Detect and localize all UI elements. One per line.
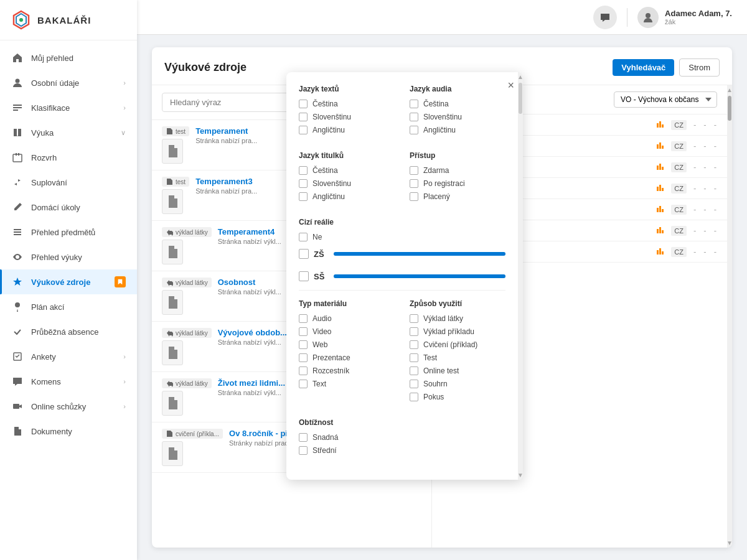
sidebar-item-action-plan[interactable]: Plán akcí (0, 294, 137, 319)
sidebar-item-schedule[interactable]: Rozvrh (0, 145, 137, 170)
sidebar-item-komens[interactable]: Komens › (0, 369, 137, 394)
checkbox-slovenstinu-titulky[interactable] (299, 179, 308, 188)
home-icon (11, 52, 24, 64)
ss-label: SŠ (314, 272, 329, 281)
filter-check-item[interactable]: Cvičení (příklad) (410, 340, 505, 349)
filter-check-item[interactable]: Angličtinu (410, 126, 505, 134)
filter-check-item[interactable]: Audio (299, 314, 395, 323)
checkbox-cestina-titulky[interactable] (299, 166, 308, 175)
filter-check-item[interactable]: Web (299, 340, 395, 349)
checkbox-po-registraci[interactable] (410, 179, 418, 188)
checkbox-vyklad-latky[interactable] (410, 314, 418, 323)
filter-check-item[interactable]: Pokus (410, 393, 505, 401)
filter-check-item[interactable]: Čeština (299, 100, 395, 108)
filter-close-button[interactable]: × (507, 80, 514, 91)
sidebar-item-absence[interactable]: Průběžná absence (0, 319, 137, 344)
check-label: Slovenštinu (423, 113, 462, 121)
sidebar-item-teaching[interactable]: Výuka ∨ (0, 120, 137, 145)
checkbox-zdarma[interactable] (410, 166, 418, 175)
checkbox-anglictinu-audio[interactable] (410, 126, 418, 134)
filter-check-item[interactable]: Online test (410, 366, 505, 375)
sidebar-item-educational-resources[interactable]: Výukové zdroje (0, 269, 137, 294)
checkbox-ne[interactable] (299, 233, 308, 241)
header-divider (627, 8, 627, 27)
filter-check-item[interactable]: Střední (299, 446, 505, 455)
filter-scroll-down[interactable]: ▼ (517, 472, 523, 478)
checkbox-cestina-audio[interactable] (410, 100, 418, 108)
sidebar-item-label: Domácí úkoly (31, 203, 126, 212)
filter-check-item[interactable]: Ne (299, 233, 505, 241)
strom-button[interactable]: Strom (679, 58, 720, 77)
scroll-thumb[interactable] (728, 96, 731, 121)
filter-check-item[interactable]: Výklad látky (410, 314, 505, 323)
svg-rect-35 (659, 248, 661, 254)
filter-check-item[interactable]: Čeština (299, 166, 395, 175)
filter-check-item[interactable]: Čeština (410, 100, 505, 108)
svg-rect-8 (16, 153, 17, 156)
lang-badge: CZ (671, 184, 687, 194)
checkbox-cviceni[interactable] (410, 340, 418, 349)
sidebar-item-homework[interactable]: Domácí úkoly (0, 195, 137, 220)
ss-slider[interactable] (334, 274, 505, 278)
zs-slider[interactable] (334, 252, 505, 256)
scroll-down-arrow[interactable]: ▼ (726, 539, 732, 546)
filter-check-item[interactable]: Slovenštinu (299, 179, 395, 188)
filter-check-item[interactable]: Test (410, 353, 505, 362)
filter-button[interactable] (588, 57, 608, 77)
filter-check-item[interactable]: Po registraci (410, 179, 505, 188)
filter-check-item[interactable]: Angličtinu (299, 126, 395, 134)
checkbox-slovenstinu-audio[interactable] (410, 113, 418, 121)
checkbox-anglictinu-text[interactable] (299, 126, 308, 134)
checkbox-placeny[interactable] (410, 192, 418, 201)
filter-check-item[interactable]: Zdarma (410, 166, 505, 175)
right-scrollbar: ▲ ▼ (727, 85, 732, 548)
checkbox-vyklad-prikladu[interactable] (410, 327, 418, 336)
filter-check-item[interactable]: Souhrn (410, 380, 505, 388)
checkbox-web[interactable] (299, 340, 308, 349)
chat-button[interactable] (593, 6, 617, 29)
checkbox-video[interactable] (299, 327, 308, 336)
checkbox-pokus[interactable] (410, 393, 418, 401)
filter-check-item[interactable]: Placený (410, 192, 505, 201)
checkbox-ss[interactable] (299, 271, 309, 281)
filter-check-item[interactable]: Slovenštinu (410, 113, 505, 121)
filter-scroll-up[interactable]: ▲ (517, 73, 523, 80)
checkbox-souhrn[interactable] (410, 380, 418, 388)
checkbox-cestina-text[interactable] (299, 100, 308, 108)
sidebar-item-subjects-overview[interactable]: Přehled předmětů (0, 220, 137, 245)
filter-check-item[interactable]: Slovenštinu (299, 113, 395, 121)
sidebar-item-documents[interactable]: Dokumenty (0, 419, 137, 444)
scroll-up-arrow[interactable]: ▲ (726, 86, 732, 93)
filter-check-item[interactable]: Angličtinu (299, 192, 395, 201)
svg-rect-31 (657, 229, 659, 233)
sidebar-item-personal-info[interactable]: Osobní údaje › (0, 70, 137, 95)
filter-check-item[interactable]: Snadná (299, 433, 505, 442)
sidebar-item-classification[interactable]: Klasifikace › (0, 95, 137, 120)
checkbox-prezentace[interactable] (299, 353, 308, 362)
checkbox-online-test[interactable] (410, 366, 418, 375)
checkbox-test[interactable] (410, 353, 418, 362)
checkbox-snadna[interactable] (299, 433, 308, 442)
checkbox-text[interactable] (299, 380, 308, 388)
sidebar-item-substitution[interactable]: Suplování (0, 170, 137, 195)
tag-label: výklad látky (176, 229, 208, 236)
filter-scroll-thumb[interactable] (519, 83, 522, 114)
checkbox-slovenstinu-text[interactable] (299, 113, 308, 121)
filter-check-item[interactable]: Rozcestník (299, 366, 395, 375)
sidebar-item-online-meetings[interactable]: Online schůzky › (0, 394, 137, 419)
filter-check-item[interactable]: Výklad příkladu (410, 327, 505, 336)
checkbox-zs[interactable] (299, 249, 309, 259)
checkbox-stredni[interactable] (299, 446, 308, 455)
checkbox-rozcestnik[interactable] (299, 366, 308, 375)
filter-check-item[interactable]: Prezentace (299, 353, 395, 362)
checkbox-audio[interactable] (299, 314, 308, 323)
filter-check-item[interactable]: Text (299, 380, 395, 388)
subject-select[interactable]: VO - Výchova k občans Matematika Čeština (614, 91, 717, 108)
sidebar-item-my-overview[interactable]: Můj přehled (0, 45, 137, 70)
vyhledavac-button[interactable]: Vyhledávač (613, 59, 674, 76)
filter-check-item[interactable]: Video (299, 327, 395, 336)
sidebar-item-teaching-overview[interactable]: Přehled výuky (0, 245, 137, 269)
checkbox-anglictinu-titulky[interactable] (299, 192, 308, 201)
sidebar-item-surveys[interactable]: Ankety › (0, 344, 137, 369)
user-menu[interactable]: Adamec Adam, 7. žák (637, 7, 732, 28)
